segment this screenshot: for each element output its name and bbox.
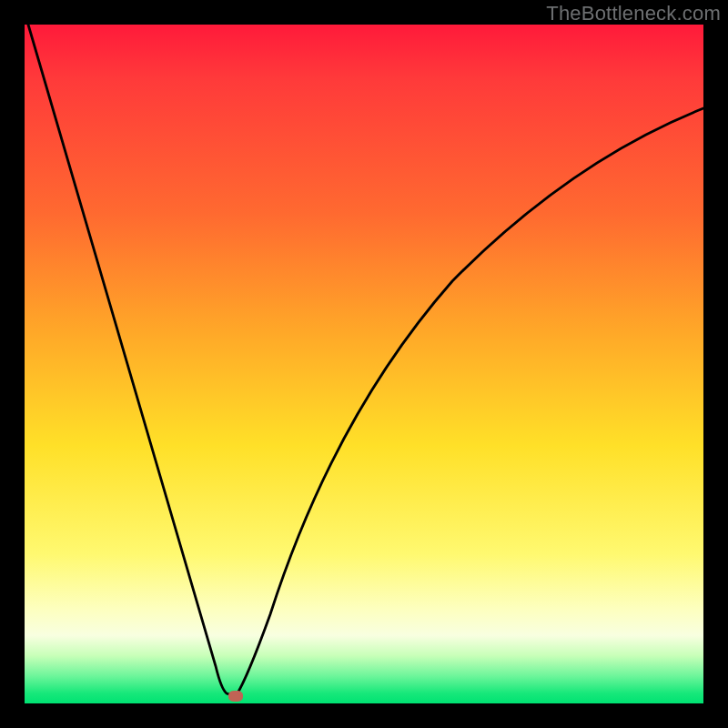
plot-area — [25, 25, 703, 703]
curve-left — [28, 25, 236, 696]
bottleneck-curve — [25, 25, 703, 703]
watermark-text: TheBottleneck.com — [546, 2, 721, 25]
curve-right — [236, 108, 703, 696]
optimal-point-marker — [228, 691, 243, 702]
chart-frame: TheBottleneck.com — [0, 0, 728, 728]
